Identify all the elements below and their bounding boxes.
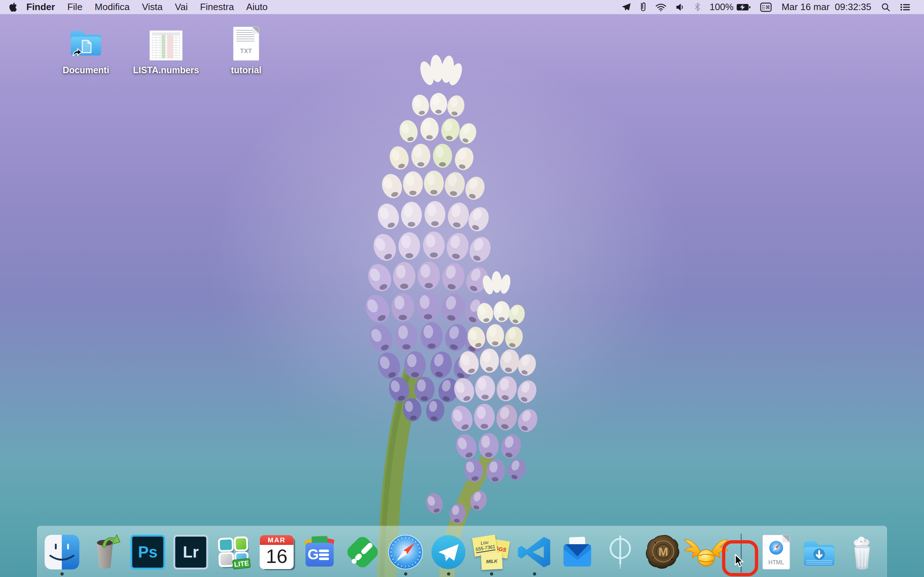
dock-item-golden-snitch[interactable] xyxy=(688,533,725,575)
dock-item-tiles-lite[interactable]: LITE xyxy=(215,533,253,575)
spotlight-search-icon[interactable] xyxy=(876,0,895,15)
menu-file[interactable]: File xyxy=(61,0,89,15)
dock-item-mail[interactable] xyxy=(559,533,596,575)
volume-icon[interactable] xyxy=(671,0,690,15)
muscari-flowers-illustration xyxy=(0,0,924,577)
txt-badge: TXT xyxy=(234,48,259,55)
wifi-icon[interactable] xyxy=(651,0,671,15)
stickies-icon: EGGS Lou 555-7361 MILK xyxy=(473,533,510,571)
dock-item-stickies[interactable]: EGGS Lou 555-7361 MILK xyxy=(473,533,510,575)
desktop-icon-tutorial[interactable]: TXT tutorial xyxy=(206,19,286,76)
finder-icon xyxy=(43,533,81,571)
vscode-icon xyxy=(516,533,553,571)
menu-modifica[interactable]: Modifica xyxy=(89,0,136,15)
gnews-letter: G xyxy=(307,546,319,562)
dock-item-lightroom[interactable]: Lr xyxy=(172,533,210,575)
trash-uninstaller-icon xyxy=(86,533,124,571)
menu-bar: Finder File Modifica Vista Vai Finestra … xyxy=(0,0,924,15)
battery-charging-icon xyxy=(736,3,751,11)
photoshop-icon: Ps xyxy=(129,533,167,571)
calendar-day: 16 xyxy=(260,545,294,567)
dock-item-feedly[interactable] xyxy=(344,533,381,575)
apple-menu-icon[interactable] xyxy=(9,2,17,12)
folder-alias-icon xyxy=(67,23,105,61)
google-news-icon: G xyxy=(301,533,339,571)
desktop-icon-label: Documenti xyxy=(63,65,109,76)
menu-aiuto[interactable]: Aiuto xyxy=(240,0,274,15)
desktop-icons: Documenti LISTA.numbers TXT tutorial xyxy=(46,19,286,76)
dock-item-downloads[interactable] xyxy=(801,533,838,575)
lightroom-glyph: Lr xyxy=(183,543,199,561)
dock-item-vscode[interactable] xyxy=(516,533,553,575)
desktop-icon-label: LISTA.numbers xyxy=(133,65,199,76)
dock-item-trash[interactable] xyxy=(843,533,881,575)
dock-divider[interactable] xyxy=(730,533,752,575)
photoshop-glyph: Ps xyxy=(138,543,158,561)
lightroom-icon: Lr xyxy=(172,533,210,571)
dock-item-html-file[interactable]: HTML xyxy=(758,533,795,575)
txt-file-icon: TXT xyxy=(233,27,259,61)
battery-percent: 100% xyxy=(709,2,734,13)
telegram-menu-icon[interactable] xyxy=(617,0,636,15)
menu-app-name[interactable]: Finder xyxy=(20,0,61,15)
keyboard-input-icon[interactable]: ⌘ xyxy=(756,0,776,15)
dock-item-telegram[interactable] xyxy=(430,533,467,575)
numbers-spreadsheet-thumbnail xyxy=(149,30,183,61)
calendar-icon: MAR 16 xyxy=(258,533,296,571)
menu-vista[interactable]: Vista xyxy=(136,0,168,15)
lite-badge: LITE xyxy=(234,559,249,568)
mouse-cursor xyxy=(734,553,745,568)
trash-full-icon xyxy=(843,533,881,571)
feedly-icon xyxy=(344,533,381,571)
dock-item-google-news[interactable]: G xyxy=(301,533,339,575)
dock-item-safari[interactable] xyxy=(387,533,425,575)
safari-mini-icon xyxy=(769,540,784,555)
safari-icon xyxy=(387,533,425,571)
calendar-month: MAR xyxy=(260,535,294,545)
tiles-lite-icon: LITE xyxy=(215,533,253,571)
dock-item-trash-uninstaller[interactable] xyxy=(86,533,124,575)
dock-item-ministry-seal[interactable]: M xyxy=(645,533,682,575)
telegram-icon xyxy=(430,533,467,571)
mail-icon xyxy=(559,533,596,571)
menu-finestra[interactable]: Finestra xyxy=(194,0,240,15)
phi-tool-icon xyxy=(602,533,639,571)
golden-snitch-icon xyxy=(688,533,725,571)
html-file-icon: HTML xyxy=(758,533,795,571)
bluetooth-icon[interactable] xyxy=(690,0,705,15)
battery-status[interactable]: 100% xyxy=(705,0,756,15)
menu-clock[interactable]: Mar 16 mar 09:32:35 xyxy=(776,2,876,13)
paperclip-icon[interactable] xyxy=(636,0,651,15)
ministry-seal-icon: M xyxy=(645,533,682,571)
dock-item-calendar[interactable]: MAR 16 xyxy=(258,533,296,575)
desktop-icon-label: tutorial xyxy=(231,65,262,76)
dock-item-photoshop[interactable]: Ps xyxy=(129,533,167,575)
seal-letter: M xyxy=(658,545,668,558)
html-badge: HTML xyxy=(763,559,790,566)
menu-vai[interactable]: Vai xyxy=(169,0,194,15)
wallpaper xyxy=(0,0,924,577)
notification-center-icon[interactable] xyxy=(895,0,915,15)
downloads-folder-icon xyxy=(801,533,838,571)
dock-item-phi-tool[interactable] xyxy=(602,533,639,575)
desktop-icon-lista-numbers[interactable]: LISTA.numbers xyxy=(126,19,206,76)
desktop-icon-documenti[interactable]: Documenti xyxy=(46,19,126,76)
dock-item-finder[interactable] xyxy=(43,533,81,575)
dock: Ps Lr xyxy=(37,526,887,577)
svg-text:⌘: ⌘ xyxy=(765,4,770,10)
sticky-note-milk: MILK xyxy=(481,553,502,570)
